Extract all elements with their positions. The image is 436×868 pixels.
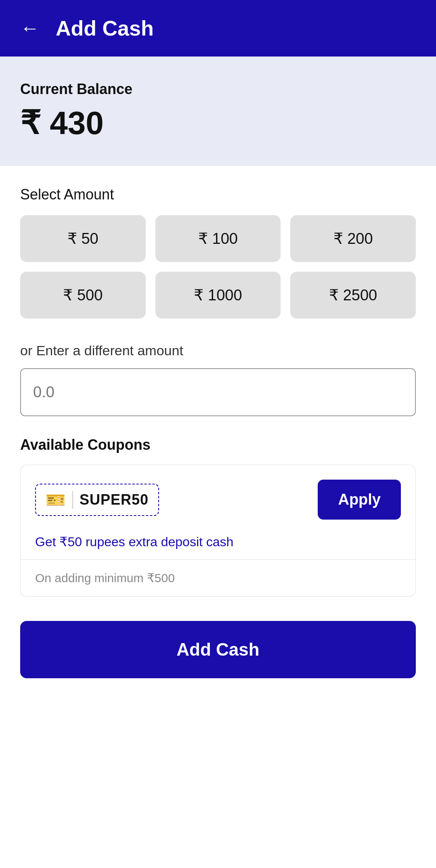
amount-btn-2500[interactable]: ₹ 2500 bbox=[290, 272, 416, 319]
coupon-divider bbox=[72, 491, 73, 509]
coupon-card: 🎫 SUPER50 Apply Get ₹50 rupees extra dep… bbox=[20, 465, 416, 597]
coupons-label: Available Coupons bbox=[20, 436, 416, 453]
coupon-code: SUPER50 bbox=[80, 491, 149, 508]
coupons-scroll: 🎫 SUPER50 Apply Get ₹50 rupees extra dep… bbox=[20, 465, 416, 597]
amount-btn-200[interactable]: ₹ 200 bbox=[290, 215, 416, 262]
select-amount-label: Select Amount bbox=[20, 186, 416, 203]
balance-amount: ₹ 430 bbox=[20, 104, 416, 142]
page-title: Add Cash bbox=[56, 16, 154, 40]
coupons-section: Available Coupons 🎫 SUPER50 Apply Get ₹5… bbox=[0, 416, 436, 597]
coupon-condition: On adding minimum ₹500 bbox=[35, 571, 175, 585]
add-cash-button[interactable]: Add Cash bbox=[20, 621, 416, 678]
coupon-top: 🎫 SUPER50 Apply bbox=[21, 465, 415, 534]
amount-btn-100[interactable]: ₹ 100 bbox=[155, 215, 281, 262]
amount-grid: ₹ 50 ₹ 100 ₹ 200 ₹ 500 ₹ 1000 ₹ 2500 bbox=[20, 215, 416, 319]
back-arrow-icon[interactable]: ← bbox=[20, 19, 40, 38]
apply-coupon-button[interactable]: Apply bbox=[318, 480, 401, 520]
balance-label: Current Balance bbox=[20, 81, 416, 98]
add-cash-section: Add Cash bbox=[0, 597, 436, 702]
coupon-bottom: On adding minimum ₹500 bbox=[21, 559, 415, 596]
coupon-description: Get ₹50 rupees extra deposit cash bbox=[21, 534, 415, 559]
balance-section: Current Balance ₹ 430 bbox=[0, 57, 436, 166]
amount-btn-50[interactable]: ₹ 50 bbox=[20, 215, 146, 262]
coupon-code-wrapper: 🎫 SUPER50 bbox=[35, 484, 159, 516]
select-amount-section: Select Amount ₹ 50 ₹ 100 ₹ 200 ₹ 500 ₹ 1… bbox=[0, 166, 436, 319]
custom-amount-section: or Enter a different amount bbox=[0, 327, 436, 416]
amount-btn-1000[interactable]: ₹ 1000 bbox=[155, 272, 281, 319]
header: ← Add Cash bbox=[0, 0, 436, 57]
amount-btn-500[interactable]: ₹ 500 bbox=[20, 272, 146, 319]
custom-amount-input[interactable] bbox=[20, 368, 416, 416]
custom-amount-label: or Enter a different amount bbox=[20, 343, 416, 359]
coupon-icon: 🎫 bbox=[46, 492, 66, 508]
